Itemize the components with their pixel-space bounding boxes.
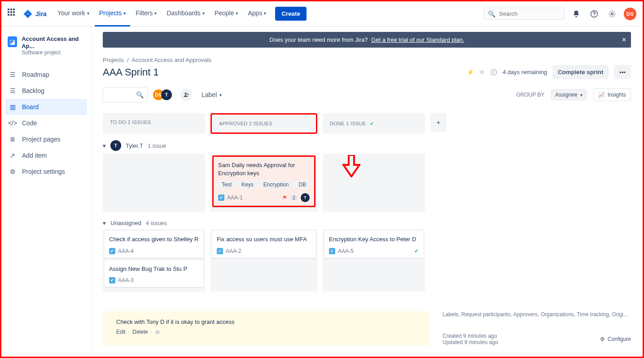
more-menu-button[interactable]: •••: [614, 65, 631, 79]
nav-dashboards[interactable]: Dashboards▾: [162, 1, 209, 27]
banner-link[interactable]: Get a free trial of our Standard plan.: [371, 36, 464, 43]
card-title: Assign New Bug Trak to Stu P: [109, 265, 199, 273]
chevron-down-icon: ▾: [219, 93, 222, 97]
card-aaa-1[interactable]: Sam Daily needs Approval for Encryption …: [212, 155, 315, 207]
jira-icon: [23, 9, 33, 19]
user-avatar[interactable]: DS: [624, 8, 636, 20]
swimlane-tyler[interactable]: ▾ T Tyler.T 1 issue: [103, 140, 631, 151]
groupby-label: GROUP BY: [516, 92, 544, 98]
sidebar-backlog[interactable]: ☰Backlog: [5, 83, 87, 99]
svg-point-2: [611, 13, 613, 15]
add-people-button[interactable]: [180, 88, 193, 101]
create-button[interactable]: Create: [275, 7, 307, 21]
lane-unassigned-todo[interactable]: Check if access given to Shelley R ✔ AAA…: [103, 229, 205, 292]
column-todo[interactable]: TO DO 2 ISSUES: [103, 113, 205, 134]
avatar-t[interactable]: T: [161, 89, 172, 100]
settings-icon[interactable]: [606, 8, 618, 20]
gear-icon: ⚙: [9, 168, 17, 175]
comment-delete[interactable]: Delete: [132, 329, 148, 335]
breadcrumb-project[interactable]: Account Access and Approvals: [131, 57, 211, 63]
banner-close-icon[interactable]: ✕: [622, 36, 626, 43]
sidebar-board[interactable]: ▥Board: [5, 99, 87, 115]
search-icon: 🔍: [136, 91, 144, 98]
add-column-button[interactable]: ＋: [430, 113, 447, 132]
chevron-down-icon: ▾: [580, 93, 583, 97]
sidebar-add-item[interactable]: ↗Add item: [5, 147, 87, 164]
board-search[interactable]: 🔍: [103, 87, 148, 102]
card-key[interactable]: AAA-3: [118, 277, 134, 283]
chevron-down-icon: ▾: [87, 11, 89, 16]
card-key[interactable]: AAA-2: [226, 248, 241, 254]
breadcrumb-projects[interactable]: Projects: [103, 57, 124, 63]
page-actions: ⚡ ☆ 🕘 4 days remaining Complete sprint •…: [467, 65, 631, 79]
card-title: Sam Daily needs Approval for Encryption …: [218, 161, 310, 177]
notifications-icon[interactable]: [570, 8, 583, 20]
nav-filters[interactable]: Filters▾: [131, 1, 161, 27]
svg-point-1: [594, 15, 595, 16]
nav-people[interactable]: People▾: [210, 1, 243, 27]
label-filter[interactable]: Label▾: [202, 91, 222, 98]
insights-button[interactable]: 📈Insights: [593, 88, 631, 101]
card-aaa-5[interactable]: Encryption Key Access to Peter D ✔ AAA-5…: [324, 231, 423, 258]
done-check-icon: ✔: [414, 248, 419, 254]
project-sidebar: ◪ Account Access and Ap... Software proj…: [1, 27, 91, 357]
card-title: Check if access given to Shelley R: [109, 235, 199, 243]
sidebar-pages[interactable]: 🗎Project pages: [5, 131, 87, 147]
column-approved[interactable]: APPROVED 2 ISSUES: [210, 113, 317, 134]
flag-icon: ⚑: [282, 194, 287, 201]
card-key[interactable]: AAA-1: [227, 194, 243, 201]
nav-your-work[interactable]: Your work▾: [53, 1, 94, 27]
project-header[interactable]: ◪ Account Access and Ap... Software proj…: [5, 35, 87, 62]
svg-point-3: [185, 93, 187, 95]
tag[interactable]: Encryption: [260, 181, 293, 189]
star-icon[interactable]: ☆: [479, 69, 485, 75]
complete-sprint-button[interactable]: Complete sprint: [552, 65, 609, 79]
global-search[interactable]: 🔍: [484, 8, 565, 20]
column-done[interactable]: DONE 1 ISSUE ✔: [323, 113, 425, 134]
configure-button[interactable]: ⚙ Configure: [600, 333, 631, 345]
comment-block: Check with Tony D if it is okay to grant…: [103, 311, 429, 345]
tag[interactable]: Test: [218, 181, 235, 189]
comment-edit[interactable]: Edit: [116, 329, 126, 335]
nav-items: Your work▾ Projects▾ Filters▾ Dashboards…: [53, 1, 307, 27]
swimlane-unassigned[interactable]: ▾ Unassigned 4 issues: [103, 220, 631, 226]
days-remaining: 4 days remaining: [503, 69, 547, 75]
story-points: 2: [290, 195, 298, 200]
chevron-down-icon: ▾: [236, 11, 238, 16]
card-aaa-4[interactable]: Check if access given to Shelley R ✔ AAA…: [105, 231, 203, 258]
lane-tyler-approved[interactable]: Sam Daily needs Approval for Encryption …: [210, 154, 317, 212]
avatar-filter[interactable]: DS T: [153, 89, 172, 100]
card-assignee-avatar[interactable]: T: [301, 193, 310, 202]
sidebar-roadmap[interactable]: ☰Roadmap: [5, 66, 87, 83]
lane-unassigned-done[interactable]: Encryption Key Access to Peter D ✔ AAA-5…: [323, 229, 425, 292]
nav-apps[interactable]: Apps▾: [243, 1, 271, 27]
groupby-select[interactable]: Assignee▾: [551, 89, 587, 101]
comment-react-icon[interactable]: ☺: [155, 329, 160, 335]
jira-logo[interactable]: Jira: [23, 9, 47, 19]
card-aaa-2[interactable]: Fix access so users must use MFA ✔ AAA-2: [212, 231, 315, 258]
tag[interactable]: Keys: [238, 181, 257, 189]
sidebar-code[interactable]: </>Code: [5, 115, 87, 131]
sidebar-settings[interactable]: ⚙Project settings: [5, 164, 87, 180]
tag[interactable]: DB: [295, 181, 310, 189]
swimlane-name: Tyler.T: [126, 142, 143, 149]
card-key[interactable]: AAA-4: [118, 248, 134, 254]
lane-tyler-todo[interactable]: [103, 154, 205, 212]
card-title: Encryption Key Access to Peter D: [329, 235, 419, 243]
help-icon[interactable]: [588, 8, 600, 20]
card-aaa-3[interactable]: Assign New Bug Trak to Stu P ✔ AAA-3: [105, 261, 203, 287]
board-controls: 🔍 DS T Label▾ GROUP BY Assignee▾ 📈Insigh…: [103, 87, 631, 102]
comment-text: Check with Tony D if it is okay to grant…: [116, 318, 424, 325]
chevron-down-icon: ▾: [264, 11, 266, 16]
configurable-fields: Labels, Request participants, Approvers,…: [442, 311, 631, 318]
search-input[interactable]: [498, 10, 561, 18]
app-switcher-icon[interactable]: [8, 9, 18, 19]
card-key[interactable]: AAA-5: [338, 248, 354, 254]
task-type-icon: ✔: [109, 248, 115, 254]
automation-icon[interactable]: ⚡: [467, 69, 474, 75]
lane-unassigned-approved[interactable]: Fix access so users must use MFA ✔ AAA-2: [210, 229, 317, 292]
clock-icon: 🕘: [490, 69, 497, 75]
code-icon: </>: [9, 119, 17, 127]
nav-projects[interactable]: Projects▾: [95, 1, 131, 27]
lane-tyler-done[interactable]: [323, 154, 425, 212]
